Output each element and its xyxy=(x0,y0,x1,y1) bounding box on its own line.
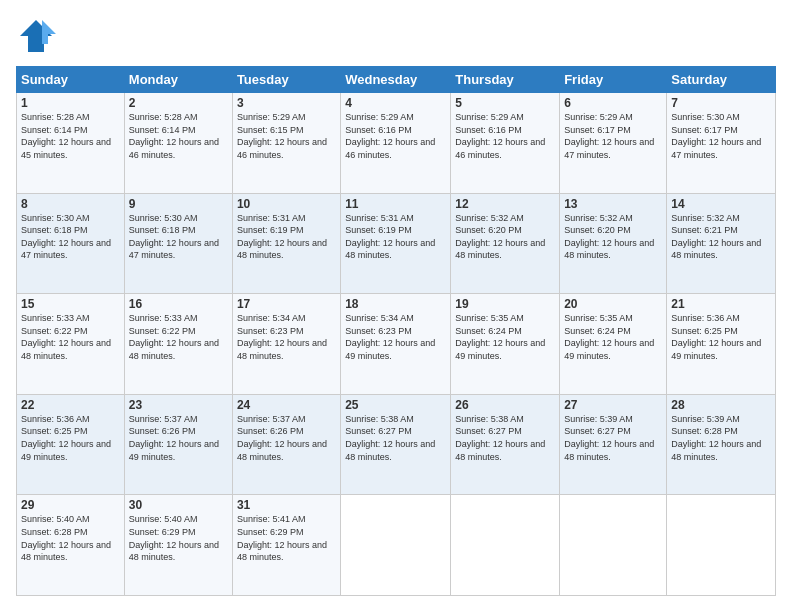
day-info: Sunrise: 5:33 AMSunset: 6:22 PMDaylight:… xyxy=(129,312,228,362)
calendar-week-row: 8Sunrise: 5:30 AMSunset: 6:18 PMDaylight… xyxy=(17,193,776,294)
day-info: Sunrise: 5:30 AMSunset: 6:18 PMDaylight:… xyxy=(21,212,120,262)
weekday-header: Saturday xyxy=(667,67,776,93)
day-info: Sunrise: 5:30 AMSunset: 6:17 PMDaylight:… xyxy=(671,111,771,161)
calendar-cell: 5Sunrise: 5:29 AMSunset: 6:16 PMDaylight… xyxy=(451,93,560,194)
day-number: 15 xyxy=(21,297,120,311)
calendar-cell: 19Sunrise: 5:35 AMSunset: 6:24 PMDayligh… xyxy=(451,294,560,395)
day-number: 5 xyxy=(455,96,555,110)
day-number: 25 xyxy=(345,398,446,412)
day-info: Sunrise: 5:39 AMSunset: 6:28 PMDaylight:… xyxy=(671,413,771,463)
day-number: 9 xyxy=(129,197,228,211)
day-number: 7 xyxy=(671,96,771,110)
day-number: 19 xyxy=(455,297,555,311)
calendar-cell: 27Sunrise: 5:39 AMSunset: 6:27 PMDayligh… xyxy=(560,394,667,495)
calendar-cell: 14Sunrise: 5:32 AMSunset: 6:21 PMDayligh… xyxy=(667,193,776,294)
day-number: 23 xyxy=(129,398,228,412)
calendar-cell: 16Sunrise: 5:33 AMSunset: 6:22 PMDayligh… xyxy=(124,294,232,395)
day-info: Sunrise: 5:29 AMSunset: 6:15 PMDaylight:… xyxy=(237,111,336,161)
day-info: Sunrise: 5:40 AMSunset: 6:28 PMDaylight:… xyxy=(21,513,120,563)
calendar-cell: 2Sunrise: 5:28 AMSunset: 6:14 PMDaylight… xyxy=(124,93,232,194)
weekday-header: Wednesday xyxy=(341,67,451,93)
calendar-cell: 10Sunrise: 5:31 AMSunset: 6:19 PMDayligh… xyxy=(232,193,340,294)
weekday-header: Monday xyxy=(124,67,232,93)
calendar-cell: 11Sunrise: 5:31 AMSunset: 6:19 PMDayligh… xyxy=(341,193,451,294)
calendar-table: SundayMondayTuesdayWednesdayThursdayFrid… xyxy=(16,66,776,596)
day-number: 31 xyxy=(237,498,336,512)
day-info: Sunrise: 5:38 AMSunset: 6:27 PMDaylight:… xyxy=(345,413,446,463)
weekday-header: Sunday xyxy=(17,67,125,93)
header xyxy=(16,16,776,56)
calendar-cell xyxy=(341,495,451,596)
day-number: 4 xyxy=(345,96,446,110)
day-number: 11 xyxy=(345,197,446,211)
day-info: Sunrise: 5:37 AMSunset: 6:26 PMDaylight:… xyxy=(237,413,336,463)
logo-icon xyxy=(16,16,56,56)
calendar-cell: 6Sunrise: 5:29 AMSunset: 6:17 PMDaylight… xyxy=(560,93,667,194)
logo xyxy=(16,16,62,56)
calendar-cell: 31Sunrise: 5:41 AMSunset: 6:29 PMDayligh… xyxy=(232,495,340,596)
calendar-cell: 7Sunrise: 5:30 AMSunset: 6:17 PMDaylight… xyxy=(667,93,776,194)
day-info: Sunrise: 5:28 AMSunset: 6:14 PMDaylight:… xyxy=(21,111,120,161)
day-info: Sunrise: 5:32 AMSunset: 6:20 PMDaylight:… xyxy=(455,212,555,262)
day-number: 14 xyxy=(671,197,771,211)
day-number: 3 xyxy=(237,96,336,110)
day-number: 27 xyxy=(564,398,662,412)
calendar-cell: 9Sunrise: 5:30 AMSunset: 6:18 PMDaylight… xyxy=(124,193,232,294)
day-info: Sunrise: 5:36 AMSunset: 6:25 PMDaylight:… xyxy=(21,413,120,463)
calendar-cell: 30Sunrise: 5:40 AMSunset: 6:29 PMDayligh… xyxy=(124,495,232,596)
calendar-cell: 8Sunrise: 5:30 AMSunset: 6:18 PMDaylight… xyxy=(17,193,125,294)
day-number: 28 xyxy=(671,398,771,412)
day-number: 13 xyxy=(564,197,662,211)
day-info: Sunrise: 5:30 AMSunset: 6:18 PMDaylight:… xyxy=(129,212,228,262)
calendar-cell: 28Sunrise: 5:39 AMSunset: 6:28 PMDayligh… xyxy=(667,394,776,495)
day-info: Sunrise: 5:39 AMSunset: 6:27 PMDaylight:… xyxy=(564,413,662,463)
weekday-header: Tuesday xyxy=(232,67,340,93)
day-number: 24 xyxy=(237,398,336,412)
day-number: 26 xyxy=(455,398,555,412)
calendar-cell: 4Sunrise: 5:29 AMSunset: 6:16 PMDaylight… xyxy=(341,93,451,194)
calendar-cell: 13Sunrise: 5:32 AMSunset: 6:20 PMDayligh… xyxy=(560,193,667,294)
day-info: Sunrise: 5:28 AMSunset: 6:14 PMDaylight:… xyxy=(129,111,228,161)
calendar-cell: 21Sunrise: 5:36 AMSunset: 6:25 PMDayligh… xyxy=(667,294,776,395)
day-info: Sunrise: 5:31 AMSunset: 6:19 PMDaylight:… xyxy=(345,212,446,262)
day-number: 21 xyxy=(671,297,771,311)
calendar-cell: 25Sunrise: 5:38 AMSunset: 6:27 PMDayligh… xyxy=(341,394,451,495)
day-info: Sunrise: 5:35 AMSunset: 6:24 PMDaylight:… xyxy=(564,312,662,362)
day-info: Sunrise: 5:38 AMSunset: 6:27 PMDaylight:… xyxy=(455,413,555,463)
calendar-cell xyxy=(451,495,560,596)
day-info: Sunrise: 5:41 AMSunset: 6:29 PMDaylight:… xyxy=(237,513,336,563)
day-info: Sunrise: 5:29 AMSunset: 6:16 PMDaylight:… xyxy=(345,111,446,161)
calendar-cell: 26Sunrise: 5:38 AMSunset: 6:27 PMDayligh… xyxy=(451,394,560,495)
day-info: Sunrise: 5:29 AMSunset: 6:17 PMDaylight:… xyxy=(564,111,662,161)
day-info: Sunrise: 5:34 AMSunset: 6:23 PMDaylight:… xyxy=(345,312,446,362)
day-number: 20 xyxy=(564,297,662,311)
day-info: Sunrise: 5:40 AMSunset: 6:29 PMDaylight:… xyxy=(129,513,228,563)
calendar-week-row: 1Sunrise: 5:28 AMSunset: 6:14 PMDaylight… xyxy=(17,93,776,194)
day-info: Sunrise: 5:35 AMSunset: 6:24 PMDaylight:… xyxy=(455,312,555,362)
calendar-body: 1Sunrise: 5:28 AMSunset: 6:14 PMDaylight… xyxy=(17,93,776,596)
day-info: Sunrise: 5:29 AMSunset: 6:16 PMDaylight:… xyxy=(455,111,555,161)
day-number: 12 xyxy=(455,197,555,211)
svg-marker-1 xyxy=(42,20,56,44)
page: SundayMondayTuesdayWednesdayThursdayFrid… xyxy=(0,0,792,612)
calendar-cell: 22Sunrise: 5:36 AMSunset: 6:25 PMDayligh… xyxy=(17,394,125,495)
day-number: 2 xyxy=(129,96,228,110)
day-number: 10 xyxy=(237,197,336,211)
day-number: 17 xyxy=(237,297,336,311)
day-info: Sunrise: 5:32 AMSunset: 6:20 PMDaylight:… xyxy=(564,212,662,262)
calendar-cell: 18Sunrise: 5:34 AMSunset: 6:23 PMDayligh… xyxy=(341,294,451,395)
calendar-header-row: SundayMondayTuesdayWednesdayThursdayFrid… xyxy=(17,67,776,93)
day-info: Sunrise: 5:36 AMSunset: 6:25 PMDaylight:… xyxy=(671,312,771,362)
day-info: Sunrise: 5:32 AMSunset: 6:21 PMDaylight:… xyxy=(671,212,771,262)
calendar-cell xyxy=(560,495,667,596)
calendar-cell: 29Sunrise: 5:40 AMSunset: 6:28 PMDayligh… xyxy=(17,495,125,596)
calendar-week-row: 29Sunrise: 5:40 AMSunset: 6:28 PMDayligh… xyxy=(17,495,776,596)
calendar-cell: 20Sunrise: 5:35 AMSunset: 6:24 PMDayligh… xyxy=(560,294,667,395)
calendar-cell: 1Sunrise: 5:28 AMSunset: 6:14 PMDaylight… xyxy=(17,93,125,194)
day-number: 6 xyxy=(564,96,662,110)
day-number: 16 xyxy=(129,297,228,311)
calendar-week-row: 15Sunrise: 5:33 AMSunset: 6:22 PMDayligh… xyxy=(17,294,776,395)
day-info: Sunrise: 5:37 AMSunset: 6:26 PMDaylight:… xyxy=(129,413,228,463)
calendar-cell: 23Sunrise: 5:37 AMSunset: 6:26 PMDayligh… xyxy=(124,394,232,495)
calendar-cell: 17Sunrise: 5:34 AMSunset: 6:23 PMDayligh… xyxy=(232,294,340,395)
